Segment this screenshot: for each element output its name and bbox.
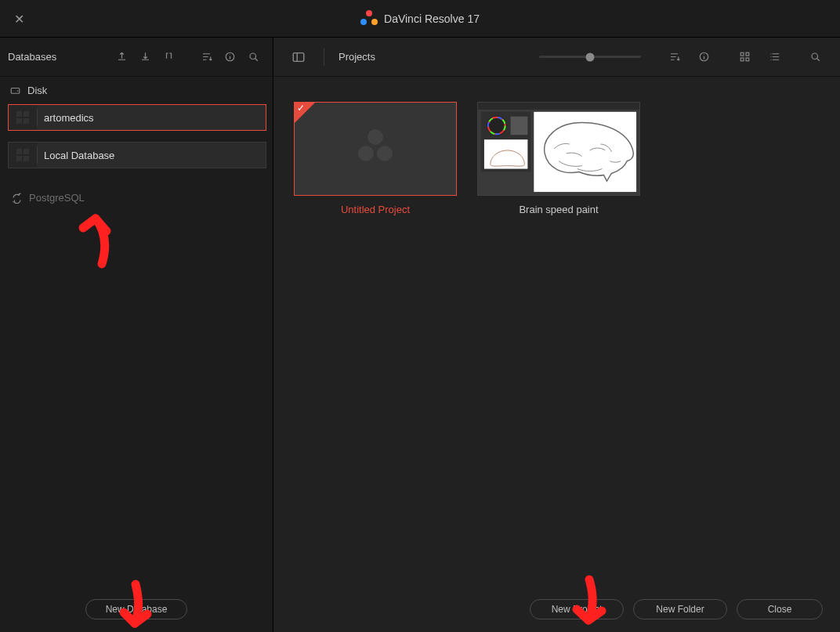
- project-card-brain[interactable]: Brain speed paint: [477, 102, 640, 215]
- sort-icon[interactable]: [196, 47, 216, 67]
- new-database-button[interactable]: New Database: [85, 599, 187, 619]
- database-name: Local Database: [38, 150, 114, 161]
- project-name: Brain speed paint: [477, 204, 640, 215]
- db-export-icon[interactable]: [111, 47, 132, 67]
- disk-icon: [9, 85, 21, 96]
- postgres-section[interactable]: PostgreSQL: [8, 179, 266, 204]
- svg-rect-14: [740, 52, 744, 56]
- project-grid: Untitled Project: [273, 77, 840, 587]
- svg-rect-11: [24, 156, 29, 161]
- svg-rect-29: [511, 117, 528, 135]
- blank-logo-icon: [353, 125, 397, 172]
- db-link-icon[interactable]: [158, 47, 179, 67]
- info-icon[interactable]: [219, 47, 240, 67]
- projects-title: Projects: [339, 51, 375, 63]
- content-footer: New Project New Folder Close: [273, 587, 840, 632]
- panel-toggle-icon[interactable]: [288, 46, 310, 68]
- annotation-arrow-icon: [75, 208, 122, 269]
- grid-view-icon[interactable]: [733, 46, 755, 68]
- sidebar: Databases Di: [0, 38, 273, 632]
- database-item-artomedics[interactable]: artomedics: [8, 104, 266, 131]
- list-view-icon[interactable]: [763, 46, 785, 68]
- database-item-local[interactable]: Local Database: [8, 142, 266, 168]
- disk-heading: Disk: [8, 85, 266, 96]
- svg-rect-23: [478, 103, 639, 110]
- svg-point-3: [17, 90, 19, 92]
- search-icon[interactable]: [804, 46, 826, 68]
- svg-rect-7: [24, 118, 29, 124]
- svg-point-21: [377, 146, 393, 161]
- project-thumbnail: [294, 102, 457, 196]
- svg-point-20: [358, 146, 374, 161]
- svg-rect-6: [16, 118, 22, 124]
- thumbnail-size-slider[interactable]: [539, 56, 641, 58]
- svg-rect-9: [24, 149, 29, 154]
- svg-point-19: [368, 129, 383, 145]
- database-icon: [9, 105, 37, 130]
- svg-rect-15: [746, 52, 749, 56]
- svg-rect-8: [16, 149, 22, 154]
- svg-rect-4: [16, 111, 22, 117]
- svg-point-25: [487, 116, 507, 136]
- refresh-icon: [11, 192, 23, 204]
- info-icon[interactable]: [693, 46, 715, 68]
- content: Projects: [273, 38, 840, 632]
- new-project-button[interactable]: New Project: [530, 599, 624, 619]
- sidebar-toolbar: Databases: [0, 38, 273, 77]
- divider: [324, 49, 324, 66]
- project-card-untitled[interactable]: Untitled Project: [294, 102, 457, 215]
- app-title: DaVinci Resolve 17: [384, 13, 480, 25]
- sidebar-title: Databases: [8, 51, 56, 63]
- titlebar: ✕ DaVinci Resolve 17: [0, 0, 840, 38]
- content-toolbar: Projects: [273, 38, 840, 77]
- db-import-icon[interactable]: [135, 47, 155, 67]
- disk-label: Disk: [27, 85, 47, 96]
- search-icon[interactable]: [243, 47, 263, 67]
- database-icon: [9, 143, 37, 168]
- app-logo: [360, 10, 378, 27]
- disk-section: Disk artomedics Local Database PostgreSQ…: [0, 77, 273, 204]
- database-name: artomedics: [38, 112, 94, 124]
- svg-rect-16: [740, 58, 744, 61]
- svg-point-1: [250, 53, 256, 60]
- svg-rect-31: [534, 112, 636, 192]
- svg-rect-12: [293, 52, 304, 61]
- postgres-label: PostgreSQL: [29, 192, 85, 204]
- svg-rect-5: [24, 111, 29, 117]
- svg-rect-10: [16, 156, 22, 161]
- close-icon[interactable]: ✕: [14, 11, 24, 26]
- new-folder-button[interactable]: New Folder: [633, 599, 727, 619]
- selected-badge-icon: [295, 103, 315, 123]
- svg-point-18: [812, 53, 818, 60]
- svg-rect-17: [746, 58, 749, 61]
- close-button[interactable]: Close: [737, 599, 823, 619]
- project-name: Untitled Project: [294, 204, 457, 215]
- sort-icon[interactable]: [663, 46, 685, 68]
- project-thumbnail: [477, 102, 640, 196]
